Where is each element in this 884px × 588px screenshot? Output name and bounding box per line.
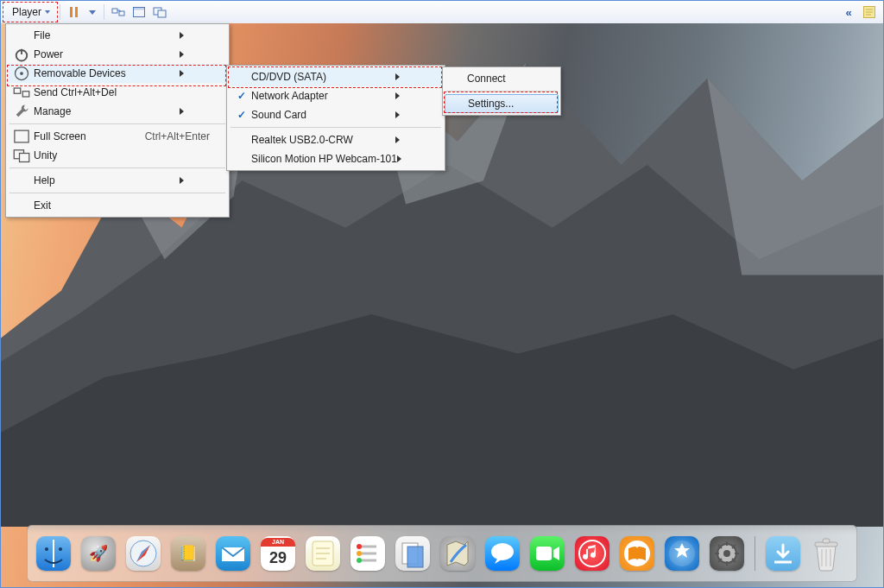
menu-connect[interactable]: Connect: [445, 69, 559, 88]
svg-rect-20: [536, 547, 552, 560]
dock-finder[interactable]: [36, 536, 71, 571]
svg-rect-7: [158, 10, 166, 17]
dock-contacts[interactable]: 📒: [171, 536, 205, 571]
menu-separator: [446, 91, 557, 92]
blank-icon: [13, 28, 30, 42]
send-cad-icon: [13, 85, 30, 99]
blank-icon: [450, 72, 465, 85]
unity-icon: [13, 149, 30, 162]
menu-help[interactable]: Help: [8, 171, 227, 190]
calendar-day: 29: [269, 547, 287, 569]
pause-button[interactable]: [67, 5, 81, 19]
svg-rect-31: [14, 88, 21, 93]
submenu-arrow-icon: [395, 111, 426, 118]
dock-reminders[interactable]: [350, 536, 385, 571]
removable-devices-menu: CD/DVD (SATA) ✓ Network Adapter ✓ Sound …: [226, 65, 445, 171]
menu-settings[interactable]: Settings...: [445, 94, 559, 113]
menu-manage[interactable]: Manage: [8, 102, 227, 121]
disc-icon: [13, 66, 30, 80]
svg-rect-35: [20, 154, 29, 162]
dock-calendar[interactable]: JAN 29: [261, 536, 295, 571]
dropdown-icon: [45, 10, 50, 14]
menu-fullscreen[interactable]: Full Screen Ctrl+Alt+Enter: [8, 127, 227, 146]
menu-cddvd[interactable]: CD/DVD (SATA): [229, 67, 443, 86]
menu-unity[interactable]: Unity: [8, 146, 227, 165]
svg-rect-2: [112, 9, 117, 13]
dock-preview[interactable]: [395, 536, 430, 571]
player-menu-label: Player: [12, 6, 41, 18]
dock-itunes[interactable]: [575, 536, 609, 571]
menu-separator: [9, 193, 225, 193]
menu-network-adapter[interactable]: ✓ Network Adapter: [229, 86, 443, 105]
svg-rect-5: [134, 8, 145, 10]
toolbar-separator: [104, 4, 104, 20]
svg-point-16: [357, 558, 362, 563]
pause-dropdown[interactable]: [88, 5, 97, 19]
dock-system-preferences[interactable]: [710, 536, 744, 571]
calendar-month: JAN: [261, 538, 295, 547]
blank-icon: [234, 152, 249, 166]
blank-icon: [234, 133, 249, 147]
menu-separator: [9, 123, 225, 124]
player-menu: File Power Removable Devices Send Ctrl+A…: [5, 23, 230, 218]
submenu-arrow-icon: [180, 32, 210, 39]
dock-safari[interactable]: [126, 536, 161, 571]
macos-dock: 🚀 📒 JAN 29: [27, 525, 857, 582]
svg-point-15: [357, 551, 362, 556]
submenu-arrow-icon: [180, 70, 210, 77]
blank-icon: [13, 174, 30, 187]
blank-icon: [13, 199, 30, 212]
wrench-icon: [13, 104, 30, 118]
unity-button[interactable]: [153, 5, 167, 19]
dock-mail[interactable]: [216, 536, 250, 571]
menu-power[interactable]: Power: [8, 45, 227, 64]
menu-realtek-usb[interactable]: Realtek USB2.0-CRW: [229, 130, 443, 149]
submenu-arrow-icon: [395, 136, 426, 143]
dock-appstore[interactable]: [665, 536, 699, 571]
dock-trash[interactable]: [811, 535, 842, 572]
blank-icon: [451, 97, 466, 111]
toolbar: Player «: [1, 1, 883, 24]
svg-point-11: [59, 547, 62, 551]
svg-rect-0: [70, 7, 73, 17]
player-menu-button[interactable]: Player: [4, 3, 56, 21]
menu-separator: [9, 168, 225, 168]
menu-file[interactable]: File: [8, 26, 227, 45]
fullscreen-button[interactable]: [132, 5, 146, 19]
svg-rect-18: [407, 547, 423, 567]
dock-facetime[interactable]: [530, 536, 565, 571]
send-cad-button[interactable]: [111, 5, 125, 19]
toolbar-separator: [60, 4, 60, 20]
submenu-arrow-icon: [395, 92, 426, 99]
checkmark-icon: ✓: [234, 89, 249, 103]
menu-webcam[interactable]: Silicon Motion HP Webcam-101: [229, 149, 443, 168]
menu-exit[interactable]: Exit: [8, 196, 227, 215]
fullscreen-icon: [13, 130, 30, 143]
menu-removable-devices[interactable]: Removable Devices: [8, 64, 227, 83]
submenu-arrow-icon: [180, 108, 210, 115]
collapse-button[interactable]: «: [842, 5, 856, 19]
dock-downloads[interactable]: [766, 536, 800, 571]
svg-point-30: [20, 72, 23, 75]
submenu-arrow-icon: [397, 155, 427, 162]
svg-point-14: [357, 544, 362, 549]
dock-launchpad[interactable]: 🚀: [81, 536, 116, 571]
submenu-arrow-icon: [180, 51, 210, 58]
submenu-arrow-icon: [395, 73, 426, 80]
svg-rect-32: [22, 92, 29, 97]
checkmark-icon: ✓: [234, 108, 249, 122]
blank-icon: [234, 70, 249, 84]
menu-separator: [230, 127, 441, 128]
dock-messages[interactable]: [485, 536, 520, 571]
dock-maps[interactable]: [440, 536, 475, 571]
svg-point-25: [723, 550, 730, 557]
svg-rect-1: [75, 7, 78, 17]
menu-send-ctrl-alt-del[interactable]: Send Ctrl+Alt+Del: [8, 83, 227, 102]
menu-sound-card[interactable]: ✓ Sound Card: [229, 105, 443, 124]
dock-ibooks[interactable]: [620, 536, 654, 571]
cddvd-menu: Connect Settings...: [442, 66, 561, 116]
dock-separator: [755, 536, 755, 571]
svg-point-19: [491, 543, 514, 560]
note-button[interactable]: [862, 5, 876, 19]
dock-notes[interactable]: [306, 536, 340, 571]
